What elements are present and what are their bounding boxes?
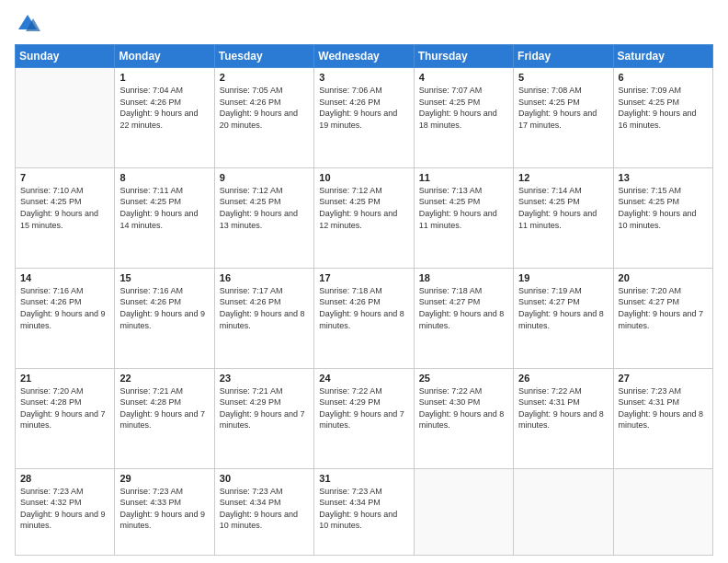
day-info: Sunrise: 7:23 AMSunset: 4:31 PMDaylight:… <box>619 385 708 431</box>
calendar-cell <box>613 468 712 555</box>
calendar-cell: 20Sunrise: 7:20 AMSunset: 4:27 PMDayligh… <box>613 268 712 368</box>
calendar-week-row: 14Sunrise: 7:16 AMSunset: 4:26 PMDayligh… <box>16 268 713 368</box>
day-info: Sunrise: 7:08 AMSunset: 4:25 PMDaylight:… <box>518 85 608 131</box>
day-info: Sunrise: 7:12 AMSunset: 4:25 PMDaylight:… <box>220 185 309 231</box>
day-number: 5 <box>518 72 608 83</box>
calendar-cell: 12Sunrise: 7:14 AMSunset: 4:25 PMDayligh… <box>514 167 613 268</box>
calendar-day-header: Sunday <box>16 45 115 68</box>
calendar-cell: 23Sunrise: 7:21 AMSunset: 4:29 PMDayligh… <box>214 368 313 468</box>
day-number: 18 <box>419 272 508 283</box>
day-info: Sunrise: 7:13 AMSunset: 4:25 PMDaylight:… <box>419 185 508 231</box>
day-number: 7 <box>20 172 109 183</box>
day-number: 22 <box>119 373 209 384</box>
day-number: 26 <box>518 373 608 384</box>
day-number: 29 <box>119 473 209 484</box>
day-number: 19 <box>518 272 608 283</box>
calendar-week-row: 1Sunrise: 7:04 AMSunset: 4:26 PMDaylight… <box>16 68 713 168</box>
calendar-cell: 15Sunrise: 7:16 AMSunset: 4:26 PMDayligh… <box>115 268 214 368</box>
calendar-week-row: 28Sunrise: 7:23 AMSunset: 4:32 PMDayligh… <box>16 468 713 555</box>
calendar-cell: 1Sunrise: 7:04 AMSunset: 4:26 PMDaylight… <box>115 68 214 168</box>
calendar-cell: 17Sunrise: 7:18 AMSunset: 4:26 PMDayligh… <box>314 268 414 368</box>
day-info: Sunrise: 7:10 AMSunset: 4:25 PMDaylight:… <box>20 185 109 231</box>
calendar-header-row: SundayMondayTuesdayWednesdayThursdayFrid… <box>16 45 713 68</box>
calendar-cell: 29Sunrise: 7:23 AMSunset: 4:33 PMDayligh… <box>115 468 214 555</box>
calendar-day-header: Thursday <box>414 45 513 68</box>
day-number: 10 <box>319 172 408 183</box>
day-number: 9 <box>220 172 309 183</box>
day-info: Sunrise: 7:09 AMSunset: 4:25 PMDaylight:… <box>619 85 708 131</box>
calendar-week-row: 7Sunrise: 7:10 AMSunset: 4:25 PMDaylight… <box>16 167 713 268</box>
day-number: 21 <box>20 373 109 384</box>
calendar-day-header: Wednesday <box>314 45 414 68</box>
day-info: Sunrise: 7:21 AMSunset: 4:28 PMDaylight:… <box>119 385 209 431</box>
day-number: 6 <box>619 72 708 83</box>
calendar-cell: 28Sunrise: 7:23 AMSunset: 4:32 PMDayligh… <box>16 468 115 555</box>
calendar-cell: 13Sunrise: 7:15 AMSunset: 4:25 PMDayligh… <box>613 167 712 268</box>
day-info: Sunrise: 7:14 AMSunset: 4:25 PMDaylight:… <box>518 185 608 231</box>
day-number: 11 <box>419 172 508 183</box>
day-number: 14 <box>20 272 109 283</box>
day-number: 23 <box>220 373 309 384</box>
calendar-cell <box>414 468 513 555</box>
day-info: Sunrise: 7:06 AMSunset: 4:26 PMDaylight:… <box>319 85 408 131</box>
day-number: 17 <box>319 272 408 283</box>
calendar-day-header: Tuesday <box>214 45 313 68</box>
calendar-cell: 31Sunrise: 7:23 AMSunset: 4:34 PMDayligh… <box>314 468 414 555</box>
calendar-cell: 30Sunrise: 7:23 AMSunset: 4:34 PMDayligh… <box>214 468 313 555</box>
day-info: Sunrise: 7:18 AMSunset: 4:26 PMDaylight:… <box>319 285 408 331</box>
calendar-cell: 24Sunrise: 7:22 AMSunset: 4:29 PMDayligh… <box>314 368 414 468</box>
calendar-cell <box>16 68 115 168</box>
day-number: 16 <box>220 272 309 283</box>
day-info: Sunrise: 7:22 AMSunset: 4:31 PMDaylight:… <box>518 385 608 431</box>
calendar-cell: 14Sunrise: 7:16 AMSunset: 4:26 PMDayligh… <box>16 268 115 368</box>
day-info: Sunrise: 7:22 AMSunset: 4:29 PMDaylight:… <box>319 385 408 431</box>
day-info: Sunrise: 7:05 AMSunset: 4:26 PMDaylight:… <box>220 85 309 131</box>
calendar-day-header: Friday <box>514 45 613 68</box>
day-number: 4 <box>419 72 508 83</box>
day-number: 1 <box>119 72 209 83</box>
day-info: Sunrise: 7:22 AMSunset: 4:30 PMDaylight:… <box>419 385 508 431</box>
calendar-cell: 6Sunrise: 7:09 AMSunset: 4:25 PMDaylight… <box>613 68 712 168</box>
day-info: Sunrise: 7:12 AMSunset: 4:25 PMDaylight:… <box>319 185 408 231</box>
calendar-day-header: Monday <box>115 45 214 68</box>
day-number: 28 <box>20 473 109 484</box>
calendar-cell: 8Sunrise: 7:11 AMSunset: 4:25 PMDaylight… <box>115 167 214 268</box>
day-number: 27 <box>619 373 708 384</box>
day-info: Sunrise: 7:18 AMSunset: 4:27 PMDaylight:… <box>419 285 508 331</box>
header <box>15 11 713 37</box>
day-info: Sunrise: 7:23 AMSunset: 4:34 PMDaylight:… <box>319 486 408 532</box>
day-number: 20 <box>619 272 708 283</box>
day-info: Sunrise: 7:23 AMSunset: 4:34 PMDaylight:… <box>220 486 309 532</box>
day-info: Sunrise: 7:21 AMSunset: 4:29 PMDaylight:… <box>220 385 309 431</box>
calendar-week-row: 21Sunrise: 7:20 AMSunset: 4:28 PMDayligh… <box>16 368 713 468</box>
logo <box>15 11 44 37</box>
calendar-cell <box>514 468 613 555</box>
calendar-cell: 26Sunrise: 7:22 AMSunset: 4:31 PMDayligh… <box>514 368 613 468</box>
calendar-cell: 19Sunrise: 7:19 AMSunset: 4:27 PMDayligh… <box>514 268 613 368</box>
day-info: Sunrise: 7:17 AMSunset: 4:26 PMDaylight:… <box>220 285 309 331</box>
logo-icon <box>15 11 40 37</box>
day-number: 30 <box>220 473 309 484</box>
day-number: 31 <box>319 473 408 484</box>
day-info: Sunrise: 7:04 AMSunset: 4:26 PMDaylight:… <box>119 85 209 131</box>
calendar-day-header: Saturday <box>613 45 712 68</box>
day-info: Sunrise: 7:15 AMSunset: 4:25 PMDaylight:… <box>619 185 708 231</box>
day-number: 13 <box>619 172 708 183</box>
calendar-cell: 4Sunrise: 7:07 AMSunset: 4:25 PMDaylight… <box>414 68 513 168</box>
day-info: Sunrise: 7:07 AMSunset: 4:25 PMDaylight:… <box>419 85 508 131</box>
calendar-cell: 22Sunrise: 7:21 AMSunset: 4:28 PMDayligh… <box>115 368 214 468</box>
day-number: 8 <box>119 172 209 183</box>
day-info: Sunrise: 7:23 AMSunset: 4:33 PMDaylight:… <box>119 486 209 532</box>
calendar-cell: 11Sunrise: 7:13 AMSunset: 4:25 PMDayligh… <box>414 167 513 268</box>
page-container: SundayMondayTuesdayWednesdayThursdayFrid… <box>0 0 728 563</box>
day-info: Sunrise: 7:20 AMSunset: 4:27 PMDaylight:… <box>619 285 708 331</box>
day-number: 15 <box>119 272 209 283</box>
day-info: Sunrise: 7:16 AMSunset: 4:26 PMDaylight:… <box>20 285 109 331</box>
calendar-cell: 18Sunrise: 7:18 AMSunset: 4:27 PMDayligh… <box>414 268 513 368</box>
day-info: Sunrise: 7:11 AMSunset: 4:25 PMDaylight:… <box>119 185 209 231</box>
day-info: Sunrise: 7:23 AMSunset: 4:32 PMDaylight:… <box>20 486 109 532</box>
day-info: Sunrise: 7:16 AMSunset: 4:26 PMDaylight:… <box>119 285 209 331</box>
calendar-cell: 10Sunrise: 7:12 AMSunset: 4:25 PMDayligh… <box>314 167 414 268</box>
calendar-cell: 16Sunrise: 7:17 AMSunset: 4:26 PMDayligh… <box>214 268 313 368</box>
day-number: 12 <box>518 172 608 183</box>
